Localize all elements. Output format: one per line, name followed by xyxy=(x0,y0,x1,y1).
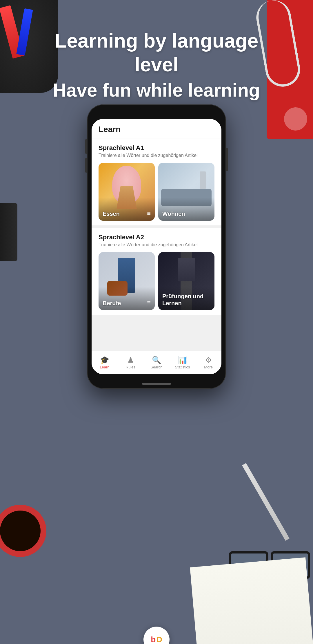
statistics-icon: 📊 xyxy=(178,356,187,364)
section-a2: Sprachlevel A2 Trainiere alle Wörter und… xyxy=(92,228,221,315)
card-essen-overlay: Essen ≡ xyxy=(99,198,155,221)
power-button xyxy=(226,148,228,171)
nav-item-more[interactable]: ⚙ More xyxy=(195,351,221,374)
phone-notch xyxy=(139,108,174,113)
app-content: Learn Sprachlevel A1 Trainiere alle Wört… xyxy=(92,119,221,374)
logo-letter-yellow: D xyxy=(156,635,162,644)
notebook-decoration xyxy=(190,557,313,644)
nav-label-learn: Learn xyxy=(100,365,109,369)
nav-item-learn[interactable]: 🎓 Learn xyxy=(92,351,118,374)
section-a2-subtitle: Trainiere alle Wörter und die zugehörige… xyxy=(99,242,214,247)
phone-home-bar xyxy=(142,383,171,385)
card-pruefungen-overlay: Prüfungen und Lernen xyxy=(158,287,214,310)
app-scroll-area[interactable]: Sprachlevel A1 Trainiere alle Wörter und… xyxy=(92,138,221,351)
card-wohnen-overlay: Wohnen xyxy=(158,198,214,221)
rules-icon: ♟ xyxy=(127,356,134,364)
phone-frame: Learn Sprachlevel A1 Trainiere alle Wört… xyxy=(87,104,226,389)
card-essen-menu-icon[interactable]: ≡ xyxy=(147,210,151,217)
nav-item-rules[interactable]: ♟ Rules xyxy=(118,351,144,374)
card-berufe-overlay: Berufe ≡ xyxy=(99,287,155,310)
card-wohnen-label: Wohnen xyxy=(162,210,185,217)
card-pruefungen[interactable]: Prüfungen und Lernen xyxy=(158,252,214,310)
section-a1-title: Sprachlevel A1 xyxy=(99,144,214,152)
section-a1: Sprachlevel A1 Trainiere alle Wörter und… xyxy=(92,138,221,225)
logo-letter-red: b xyxy=(151,635,156,644)
black-object-decoration xyxy=(0,203,17,261)
nav-label-search: Search xyxy=(150,365,162,369)
app-title: Learn xyxy=(99,125,214,134)
cards-grid-a1: Essen ≡ Wohnen xyxy=(99,163,214,221)
search-icon: 🔍 xyxy=(152,356,161,364)
nav-label-rules: Rules xyxy=(126,365,135,369)
more-icon: ⚙ xyxy=(205,356,212,364)
bottom-navigation: 🎓 Learn ♟ Rules 🔍 Search 📊 Statistics ⚙ xyxy=(92,351,221,374)
header-line1: Learning by language level xyxy=(35,29,278,76)
app-header: Learn xyxy=(92,119,221,138)
volume-down-button xyxy=(85,158,87,173)
phone-screen: Learn Sprachlevel A1 Trainiere alle Wört… xyxy=(92,119,221,374)
cards-grid-a2: Berufe ≡ Prüfungen und Lernen xyxy=(99,252,214,310)
learn-icon: 🎓 xyxy=(100,356,109,364)
header-section: Learning by language level Have fun whil… xyxy=(35,29,278,102)
volume-up-button xyxy=(85,139,87,154)
card-berufe-label: Berufe xyxy=(103,300,121,307)
card-wohnen[interactable]: Wohnen xyxy=(158,163,214,221)
nav-item-statistics[interactable]: 📊 Statistics xyxy=(170,351,196,374)
nav-label-statistics: Statistics xyxy=(175,365,190,369)
nav-item-search[interactable]: 🔍 Search xyxy=(143,351,170,374)
card-berufe-menu-icon[interactable]: ≡ xyxy=(147,299,151,307)
section-a2-title: Sprachlevel A2 xyxy=(99,234,214,241)
section-a1-subtitle: Trainiere alle Wörter und die zugehörige… xyxy=(99,153,214,158)
card-pruefungen-label: Prüfungen und Lernen xyxy=(162,293,210,307)
card-berufe[interactable]: Berufe ≡ xyxy=(99,252,155,310)
card-essen[interactable]: Essen ≡ xyxy=(99,163,155,221)
nav-label-more: More xyxy=(204,365,213,369)
header-line2: Have fun while learning xyxy=(35,79,278,102)
card-essen-label: Essen xyxy=(103,210,120,217)
